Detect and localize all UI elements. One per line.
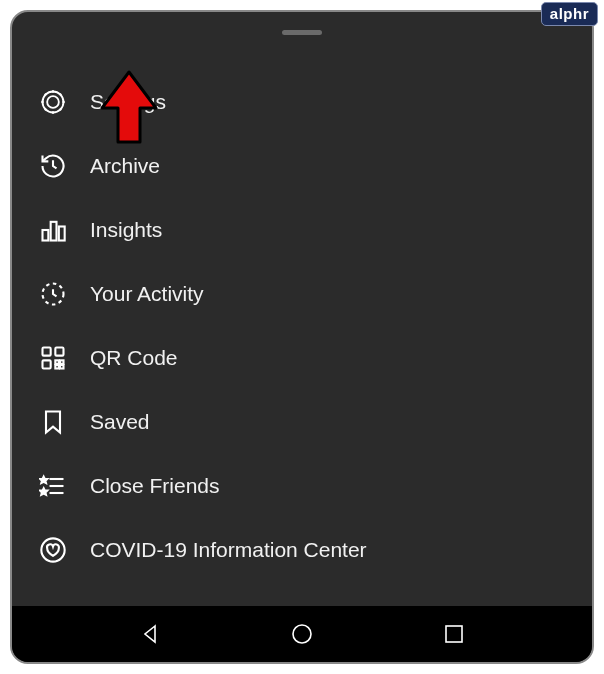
svg-rect-2 [43,230,49,241]
nav-back-button[interactable] [138,621,164,647]
svg-marker-17 [40,488,47,494]
device-frame: Settings Archive Insights Your Activity [10,10,594,664]
menu-item-settings[interactable]: Settings [12,70,592,134]
svg-marker-16 [40,477,47,483]
svg-rect-4 [59,227,65,241]
menu-label: Archive [90,154,160,178]
menu-label: Close Friends [90,474,220,498]
svg-rect-10 [60,365,64,369]
drag-handle[interactable] [282,30,322,35]
menu-item-saved[interactable]: Saved [12,390,592,454]
android-navbar [12,606,592,662]
svg-point-1 [47,96,59,108]
menu-label: Your Activity [90,282,204,306]
svg-marker-19 [145,626,155,642]
svg-rect-11 [55,365,59,369]
bar-chart-icon [38,215,68,245]
menu-label: COVID-19 Information Center [90,538,367,562]
history-icon [38,151,68,181]
watermark-label: alphr [550,5,589,22]
clock-icon [38,279,68,309]
svg-rect-21 [446,626,462,642]
svg-rect-6 [43,348,51,356]
menu-label: Settings [90,90,166,114]
options-menu: Settings Archive Insights Your Activity [12,60,592,606]
menu-item-archive[interactable]: Archive [12,134,592,198]
menu-label: Insights [90,218,162,242]
bookmark-icon [38,407,68,437]
list-star-icon [38,471,68,501]
alphr-watermark: alphr [541,2,598,26]
menu-item-close-friends[interactable]: Close Friends [12,454,592,518]
menu-item-covid-info[interactable]: COVID-19 Information Center [12,518,592,582]
svg-rect-3 [51,222,57,241]
nav-home-button[interactable] [289,621,315,647]
qr-code-icon [38,343,68,373]
nav-recent-button[interactable] [441,621,467,647]
gear-icon [38,87,68,117]
menu-item-insights[interactable]: Insights [12,198,592,262]
menu-item-qr-code[interactable]: QR Code [12,326,592,390]
svg-point-20 [293,625,311,643]
menu-label: Saved [90,410,150,434]
menu-label: QR Code [90,346,178,370]
heart-circle-icon [38,535,68,565]
svg-rect-7 [55,348,63,356]
svg-rect-8 [43,360,51,368]
menu-item-your-activity[interactable]: Your Activity [12,262,592,326]
svg-rect-9 [55,360,59,364]
svg-rect-12 [60,360,64,364]
